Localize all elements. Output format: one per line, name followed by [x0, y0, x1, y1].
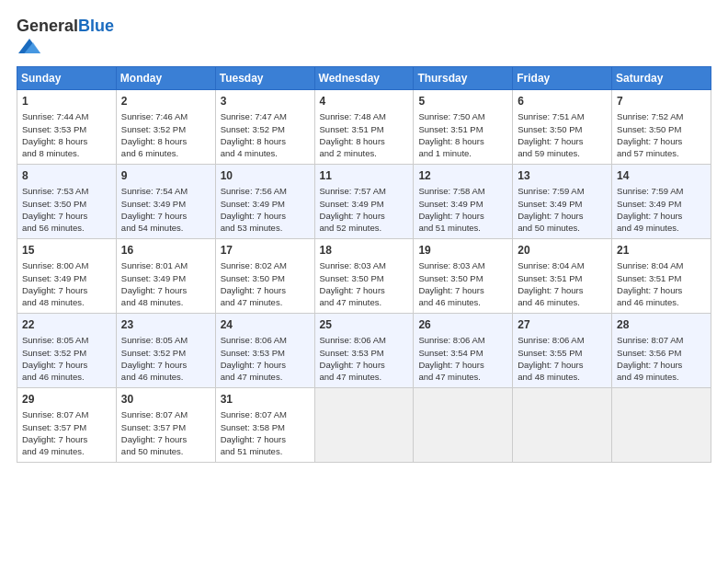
weekday-header-friday: Friday	[513, 66, 612, 89]
day-info: Daylight: 7 hours	[121, 359, 210, 371]
day-number: 18	[320, 243, 409, 259]
day-number: 20	[518, 243, 607, 259]
day-number: 31	[221, 392, 310, 408]
day-number: 23	[121, 317, 210, 333]
day-info: Daylight: 7 hours	[221, 433, 310, 445]
day-info: Sunrise: 7:53 AM	[22, 185, 111, 197]
day-info: and 46 minutes.	[22, 371, 111, 383]
day-number: 13	[518, 168, 607, 184]
day-info: Sunrise: 7:46 AM	[121, 110, 210, 122]
day-info: and 47 minutes.	[221, 371, 310, 383]
calendar-cell: 31Sunrise: 8:07 AMSunset: 3:58 PMDayligh…	[215, 387, 314, 462]
calendar-cell: 15Sunrise: 8:00 AMSunset: 3:49 PMDayligh…	[17, 238, 117, 313]
day-number: 12	[418, 168, 507, 184]
header: GeneralBlue	[17, 17, 711, 59]
calendar-cell: 28Sunrise: 8:07 AMSunset: 3:56 PMDayligh…	[612, 313, 711, 387]
day-info: and 6 minutes.	[121, 147, 210, 159]
day-info: Sunrise: 7:59 AM	[617, 185, 706, 197]
day-number: 5	[418, 94, 507, 109]
day-info: Daylight: 7 hours	[221, 210, 310, 222]
day-info: Sunset: 3:54 PM	[418, 347, 507, 359]
day-info: Sunset: 3:57 PM	[121, 421, 210, 433]
calendar-cell: 11Sunrise: 7:57 AMSunset: 3:49 PMDayligh…	[314, 164, 414, 238]
day-info: Sunset: 3:51 PM	[418, 123, 507, 135]
calendar-cell: 9Sunrise: 7:54 AMSunset: 3:49 PMDaylight…	[116, 164, 215, 238]
calendar-cell: 18Sunrise: 8:03 AMSunset: 3:50 PMDayligh…	[314, 238, 414, 313]
day-info: Sunrise: 8:06 AM	[221, 334, 310, 346]
logo-icon	[18, 37, 40, 55]
day-info: and 51 minutes.	[418, 222, 507, 234]
calendar-cell: 7Sunrise: 7:52 AMSunset: 3:50 PMDaylight…	[612, 89, 711, 164]
day-info: Daylight: 7 hours	[518, 359, 607, 371]
day-number: 2	[121, 94, 210, 109]
day-info: Sunset: 3:51 PM	[320, 123, 409, 135]
day-number: 19	[418, 243, 507, 259]
day-info: Sunrise: 7:56 AM	[221, 185, 310, 197]
day-info: and 49 minutes.	[22, 445, 111, 457]
day-info: Sunrise: 8:03 AM	[418, 259, 507, 271]
day-info: and 47 minutes.	[418, 371, 507, 383]
day-number: 25	[320, 317, 409, 333]
day-info: Sunrise: 8:07 AM	[221, 408, 310, 420]
day-info: Sunrise: 8:00 AM	[22, 259, 111, 271]
day-info: and 53 minutes.	[221, 222, 310, 234]
calendar-cell	[612, 387, 711, 462]
weekday-header-monday: Monday	[116, 66, 215, 89]
day-info: Sunset: 3:57 PM	[22, 421, 111, 433]
day-info: Daylight: 7 hours	[418, 359, 507, 371]
day-info: Sunset: 3:56 PM	[617, 347, 706, 359]
day-number: 30	[121, 392, 210, 408]
calendar-cell	[513, 387, 612, 462]
day-info: Sunrise: 7:52 AM	[617, 110, 706, 122]
weekday-header-wednesday: Wednesday	[314, 66, 414, 89]
weekday-header-saturday: Saturday	[612, 66, 711, 89]
day-info: and 52 minutes.	[320, 222, 409, 234]
day-number: 7	[617, 94, 706, 109]
day-info: Sunrise: 8:05 AM	[22, 334, 111, 346]
logo-general: General	[17, 17, 78, 37]
day-info: Sunset: 3:50 PM	[221, 272, 310, 284]
day-number: 4	[320, 94, 409, 109]
weekday-header-thursday: Thursday	[414, 66, 513, 89]
day-number: 22	[22, 317, 111, 333]
day-info: Daylight: 7 hours	[22, 284, 111, 296]
day-info: Daylight: 8 hours	[121, 135, 210, 147]
day-info: and 1 minute.	[418, 147, 507, 159]
week-row-1: 1Sunrise: 7:44 AMSunset: 3:53 PMDaylight…	[17, 89, 711, 164]
day-number: 15	[22, 243, 111, 259]
day-info: Sunrise: 8:04 AM	[617, 259, 706, 271]
day-number: 1	[22, 94, 111, 109]
day-info: and 59 minutes.	[518, 147, 607, 159]
calendar-cell: 10Sunrise: 7:56 AMSunset: 3:49 PMDayligh…	[215, 164, 314, 238]
day-info: and 49 minutes.	[617, 222, 706, 234]
calendar-cell: 4Sunrise: 7:48 AMSunset: 3:51 PMDaylight…	[314, 89, 414, 164]
day-info: Daylight: 7 hours	[320, 210, 409, 222]
day-info: Sunset: 3:51 PM	[617, 272, 706, 284]
day-info: Daylight: 8 hours	[418, 135, 507, 147]
day-info: Daylight: 7 hours	[221, 284, 310, 296]
calendar-cell: 12Sunrise: 7:58 AMSunset: 3:49 PMDayligh…	[414, 164, 513, 238]
week-row-5: 29Sunrise: 8:07 AMSunset: 3:57 PMDayligh…	[17, 387, 711, 462]
calendar-cell	[414, 387, 513, 462]
day-info: and 56 minutes.	[22, 222, 111, 234]
day-info: Sunrise: 7:59 AM	[518, 185, 607, 197]
day-info: Daylight: 7 hours	[121, 210, 210, 222]
day-info: Daylight: 7 hours	[221, 359, 310, 371]
day-info: Sunset: 3:52 PM	[121, 347, 210, 359]
day-info: Sunset: 3:49 PM	[418, 198, 507, 210]
logo: GeneralBlue	[17, 17, 114, 59]
weekday-header-tuesday: Tuesday	[215, 66, 314, 89]
day-info: Sunrise: 8:07 AM	[617, 334, 706, 346]
calendar-cell: 24Sunrise: 8:06 AMSunset: 3:53 PMDayligh…	[215, 313, 314, 387]
day-number: 16	[121, 243, 210, 259]
day-info: Sunrise: 7:48 AM	[320, 110, 409, 122]
day-info: Sunset: 3:53 PM	[22, 123, 111, 135]
day-info: Daylight: 7 hours	[320, 359, 409, 371]
day-info: Daylight: 7 hours	[22, 433, 111, 445]
day-info: and 47 minutes.	[221, 296, 310, 308]
day-number: 10	[221, 168, 310, 184]
calendar-cell: 26Sunrise: 8:06 AMSunset: 3:54 PMDayligh…	[414, 313, 513, 387]
day-info: Sunrise: 7:57 AM	[320, 185, 409, 197]
calendar-cell: 20Sunrise: 8:04 AMSunset: 3:51 PMDayligh…	[513, 238, 612, 313]
day-info: and 46 minutes.	[518, 296, 607, 308]
